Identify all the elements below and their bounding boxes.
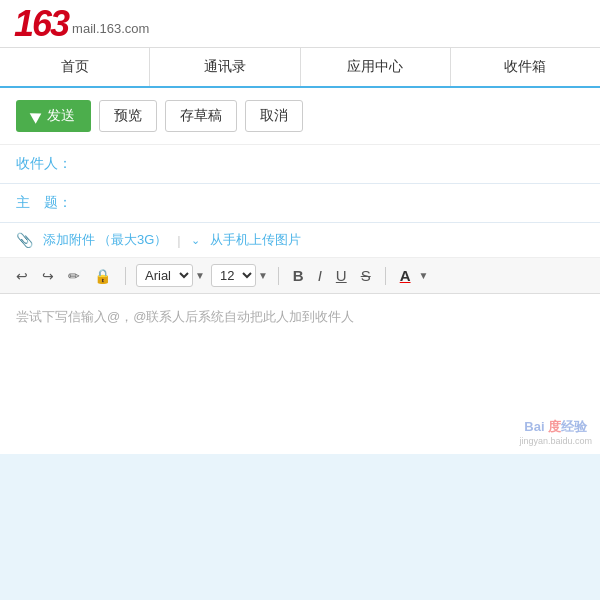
font-size-chevron: ▼ — [258, 270, 268, 281]
attach-separator: | — [177, 233, 180, 248]
compose-area: 发送 预览 存草稿 取消 收件人： 主 题： 📎 添加附件 （最大3G） | ⌄… — [0, 88, 600, 454]
font-color-button[interactable]: A — [396, 265, 415, 286]
subject-input[interactable] — [76, 195, 584, 211]
max-size-label: （最大3G） — [98, 231, 167, 249]
eraser-button[interactable]: ✏ — [64, 266, 84, 286]
app-header: 163 mail.163.com — [0, 0, 600, 48]
underline-button[interactable]: U — [332, 265, 351, 286]
nav-tabs: 首页 通讯录 应用中心 收件箱 — [0, 48, 600, 88]
recipient-label: 收件人： — [16, 155, 76, 173]
subject-row: 主 题： — [0, 184, 600, 223]
baidu-url: jingyan.baidu.com — [519, 436, 592, 446]
editor-body[interactable]: 尝试下写信输入@，@联系人后系统自动把此人加到收件人 Bai 度经验 jingy… — [0, 294, 600, 454]
send-button[interactable]: 发送 — [16, 100, 91, 132]
upload-label: 从手机上传图片 — [210, 231, 301, 249]
recipient-input[interactable] — [76, 156, 584, 172]
baidu-brand: Bai 度经验 — [524, 418, 587, 436]
tab-inbox[interactable]: 收件箱 — [451, 48, 600, 86]
undo-button[interactable]: ↩ — [12, 266, 32, 286]
add-attachment-link[interactable]: 添加附件 （最大3G） — [43, 231, 167, 249]
send-icon — [30, 108, 45, 123]
separator-2 — [278, 267, 279, 285]
baidu-watermark: Bai 度经验 jingyan.baidu.com — [519, 418, 592, 446]
attachment-row: 📎 添加附件 （最大3G） | ⌄ 从手机上传图片 — [0, 223, 600, 258]
draft-button[interactable]: 存草稿 — [165, 100, 237, 132]
redo-button[interactable]: ↪ — [38, 266, 58, 286]
recipient-row: 收件人： — [0, 145, 600, 184]
compose-toolbar: 发送 预览 存草稿 取消 — [0, 88, 600, 145]
bold-button[interactable]: B — [289, 265, 308, 286]
tab-app-center[interactable]: 应用中心 — [301, 48, 451, 86]
tab-home[interactable]: 首页 — [0, 48, 150, 86]
format-clear-button[interactable]: 🔒 — [90, 266, 115, 286]
font-size-select[interactable]: 12 — [211, 264, 256, 287]
font-name-chevron: ▼ — [195, 270, 205, 281]
logo-number: 163 — [14, 3, 68, 45]
upload-from-phone-link[interactable]: 从手机上传图片 — [210, 231, 301, 249]
preview-button[interactable]: 预览 — [99, 100, 157, 132]
cancel-button[interactable]: 取消 — [245, 100, 303, 132]
color-chevron[interactable]: ▼ — [419, 270, 429, 281]
italic-button[interactable]: I — [314, 265, 326, 286]
send-label: 发送 — [47, 107, 75, 125]
separator-3 — [385, 267, 386, 285]
strikethrough-button[interactable]: S — [357, 265, 375, 286]
paperclip-icon: 📎 — [16, 232, 33, 248]
separator-1 — [125, 267, 126, 285]
editor-placeholder: 尝试下写信输入@，@联系人后系统自动把此人加到收件人 — [16, 309, 354, 324]
tab-contacts[interactable]: 通讯录 — [150, 48, 300, 86]
subject-label: 主 题： — [16, 194, 76, 212]
richtext-toolbar: ↩ ↪ ✏ 🔒 Arial ▼ 12 ▼ B I U S A ▼ — [0, 258, 600, 294]
add-attachment-label: 添加附件 — [43, 231, 95, 249]
chevron-down-icon[interactable]: ⌄ — [191, 234, 200, 247]
font-name-select[interactable]: Arial — [136, 264, 193, 287]
logo-domain: mail.163.com — [72, 21, 149, 36]
